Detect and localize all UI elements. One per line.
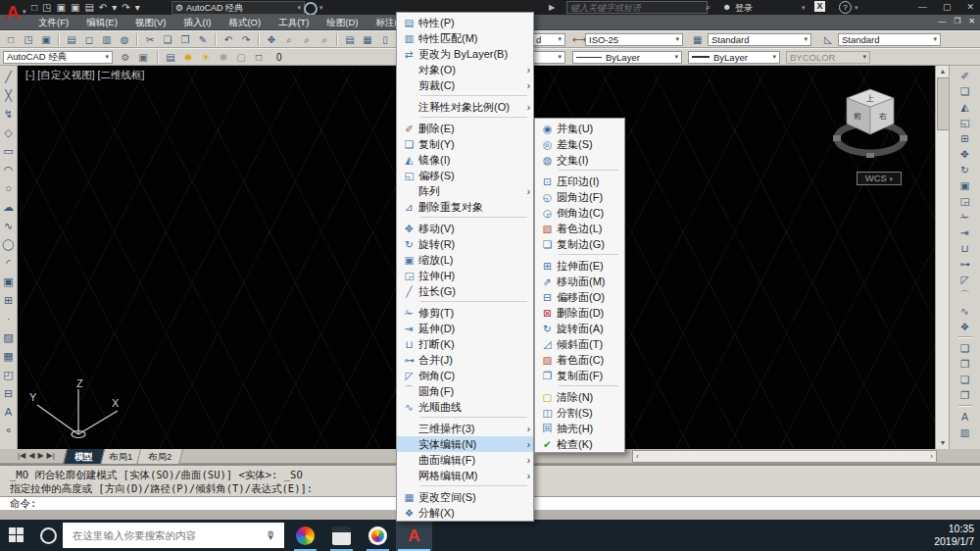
menu-item-match-properties[interactable]: ▥ 特性匹配(M) bbox=[397, 30, 533, 46]
tool-zoom-previous-icon[interactable]: ⌕ bbox=[317, 32, 332, 47]
layer-layer-sun-icon[interactable]: ☀ bbox=[198, 50, 214, 65]
qat-undo-caret-icon[interactable]: ▾ bbox=[112, 1, 117, 14]
draw-tool-polygon-icon[interactable]: ◇ bbox=[1, 124, 17, 141]
modify-tool-copy-icon[interactable]: ❏ bbox=[956, 83, 974, 99]
modify-tool-explode-icon[interactable]: ❖ bbox=[956, 319, 974, 334]
draw-tool-spline-icon[interactable]: ∿ bbox=[1, 217, 17, 234]
dim-style-dropdown[interactable]: ISO-25 ▾ bbox=[585, 33, 683, 46]
tab-nav-icon[interactable]: ▶ bbox=[37, 451, 43, 460]
minimize-button[interactable]: — bbox=[918, 2, 927, 12]
layer-layer-freeze-icon[interactable]: ❄ bbox=[216, 50, 231, 65]
modify-tool-mirror-icon[interactable]: ◭ bbox=[956, 99, 974, 115]
menu-item-fillet[interactable]: ⌒ 圆角(F) bbox=[397, 383, 533, 399]
tool-undo-icon[interactable]: ↶ bbox=[220, 32, 236, 47]
modify-tool-send-under-icon[interactable]: ❐ bbox=[956, 387, 974, 403]
tool-batch-plot-icon[interactable]: ◍ bbox=[117, 32, 132, 47]
menu-item-delete-duplicate-objects[interactable]: ⊿ 删除重复对象 bbox=[397, 199, 533, 215]
scroll-right-icon[interactable]: › bbox=[927, 452, 936, 461]
tool-publish-icon[interactable]: ▥ bbox=[99, 32, 115, 47]
menubar-item-tools[interactable]: 工具(T) bbox=[270, 15, 318, 30]
taskbar-app-autocad-app[interactable] bbox=[396, 520, 432, 551]
submenu-item-rotate-faces[interactable]: ↻ 旋转面(A) bbox=[535, 321, 624, 336]
menu-item-array[interactable]: 阵列 › bbox=[397, 183, 533, 199]
submenu-item-copy-edges[interactable]: ❏ 复制边(G) bbox=[535, 236, 624, 252]
draw-tool-make-block-icon[interactable]: ⊞ bbox=[1, 291, 17, 309]
tool-tool-palettes-icon[interactable]: ▯ bbox=[377, 32, 393, 47]
modify-tool-bring-above-icon[interactable]: ❏ bbox=[956, 372, 974, 387]
taskbar-app-color-wheel-app[interactable] bbox=[287, 520, 323, 551]
menubar-item-draw[interactable]: 绘图(D) bbox=[318, 15, 367, 30]
menubar-item-format[interactable]: 格式(O) bbox=[220, 15, 270, 30]
tool-match-properties-icon[interactable]: ✎ bbox=[195, 32, 211, 47]
draw-tool-revision-cloud-icon[interactable]: ☁ bbox=[1, 198, 17, 216]
taskbar-search[interactable]: 🎙 bbox=[63, 523, 284, 548]
submenu-item-move-faces[interactable]: ⇗ 移动面(M) bbox=[535, 274, 624, 289]
start-button[interactable] bbox=[9, 527, 24, 542]
modify-tool-bring-to-front-icon[interactable]: ❏ bbox=[956, 340, 974, 356]
tab-layout2[interactable]: 布局2 bbox=[136, 449, 183, 465]
layer-layer-lock-icon[interactable]: ▢ bbox=[233, 50, 249, 65]
submenu-item-shell[interactable]: 回 抽壳(H) bbox=[535, 421, 624, 436]
submenu-item-color-faces[interactable]: ▨ 着色面(C) bbox=[535, 352, 624, 368]
draw-tool-line-icon[interactable]: ╱ bbox=[1, 68, 17, 85]
system-clock[interactable]: 10:35 2019/1/7 bbox=[934, 523, 974, 548]
workspace-settings-gear-icon[interactable]: ⚙ bbox=[118, 50, 133, 65]
menu-item-copy[interactable]: ❏ 复制(Y) bbox=[397, 136, 533, 152]
menu-item-mesh-editing[interactable]: 网格编辑(M) › bbox=[397, 468, 533, 483]
menubar-item-file[interactable]: 文件(F) bbox=[29, 15, 77, 30]
submenu-item-fillet-edges[interactable]: ◵ 圆角边(F) bbox=[535, 189, 624, 205]
search-icon[interactable]: ⌕ bbox=[706, 2, 710, 13]
tool-plot-preview-icon[interactable]: ◻ bbox=[81, 32, 97, 47]
tab-nav-icon[interactable]: |◀ bbox=[18, 451, 25, 460]
menu-item-stretch[interactable]: ◲ 拉伸(H) bbox=[397, 268, 533, 283]
modify-tool-text-icon[interactable]: A bbox=[956, 409, 974, 425]
tool-new-icon[interactable]: □ bbox=[3, 32, 19, 47]
menu-item-object[interactable]: 对象(O) › bbox=[397, 62, 533, 77]
tool-redo-icon[interactable]: ↷ bbox=[238, 32, 254, 47]
text-style-dropdown[interactable]: d ▾ bbox=[532, 33, 565, 46]
submenu-item-copy-faces[interactable]: ❐ 复制面(F) bbox=[535, 368, 624, 383]
submenu-item-intersect[interactable]: ◍ 交集(I) bbox=[535, 152, 624, 168]
menu-item-properties[interactable]: ▤ 特性(P) bbox=[397, 15, 533, 30]
tool-copy-clip-icon[interactable]: ❏ bbox=[160, 32, 175, 47]
menu-item-blend-curves[interactable]: ∿ 光顺曲线 bbox=[397, 399, 533, 415]
modify-tool-erase-icon[interactable]: ✐ bbox=[956, 68, 974, 83]
submenu-item-offset-faces[interactable]: ⊟ 偏移面(O) bbox=[535, 289, 624, 305]
menu-item-move[interactable]: ✥ 移动(V) bbox=[397, 221, 533, 236]
draw-tool-ellipse-icon[interactable]: ◯ bbox=[1, 235, 17, 253]
scroll-left-icon[interactable]: ‹ bbox=[633, 452, 642, 461]
infocenter-search-input[interactable] bbox=[566, 1, 708, 14]
exchange-apps-icon[interactable]: X bbox=[814, 1, 825, 12]
layer-layer-properties-icon[interactable]: ▤ bbox=[163, 50, 178, 65]
table-style-icon[interactable]: ▦ bbox=[693, 34, 702, 45]
menu-item-scale[interactable]: ▣ 缩放(L) bbox=[397, 252, 533, 268]
modify-tool-extend-icon[interactable]: ⇥ bbox=[956, 225, 974, 240]
submenu-item-color-edges[interactable]: ▧ 着色边(L) bbox=[535, 221, 624, 236]
tool-open-icon[interactable]: ◳ bbox=[21, 32, 36, 47]
modify-tool-fillet-icon[interactable]: ⌒ bbox=[956, 287, 974, 303]
menu-item-clip[interactable]: 剪裁(C) › bbox=[397, 77, 533, 93]
horizontal-scrollbar[interactable]: ‹ › bbox=[632, 450, 937, 463]
modify-tool-stretch-icon[interactable]: ◲ bbox=[956, 193, 974, 209]
scroll-up-icon[interactable]: ▲ bbox=[936, 66, 950, 77]
taskbar-app-movie-maker-app[interactable] bbox=[323, 520, 360, 551]
layer-layer-bulb-icon[interactable]: ✺ bbox=[180, 50, 196, 65]
draw-tool-polyline-icon[interactable]: ↯ bbox=[1, 105, 17, 123]
submenu-item-check[interactable]: ✔ 检查(K) bbox=[535, 436, 624, 452]
menu-item-annotative-object-scale[interactable]: 注释性对象比例(O) › bbox=[397, 99, 533, 115]
close-button[interactable]: ✕ bbox=[966, 2, 974, 12]
qat-save-as-icon[interactable]: ▣ bbox=[71, 1, 79, 14]
tab-nav-icon[interactable]: ▶| bbox=[47, 451, 55, 460]
microphone-icon[interactable]: 🎙 bbox=[266, 529, 276, 541]
menu-item-trim[interactable]: ✁ 修剪(T) bbox=[397, 305, 533, 321]
tool-pan-icon[interactable]: ✥ bbox=[264, 32, 279, 47]
menu-item-break[interactable]: ⊔ 打断(K) bbox=[397, 336, 533, 352]
modify-tool-break-icon[interactable]: ⊔ bbox=[956, 240, 974, 256]
help-icon[interactable]: ? bbox=[839, 1, 852, 14]
tool-plot-icon[interactable]: ▤ bbox=[64, 32, 79, 47]
draw-tool-gradient-icon[interactable]: ▦ bbox=[1, 347, 17, 365]
qat-redo-caret-icon[interactable]: ▾ bbox=[135, 1, 140, 14]
menu-item-3d-operations[interactable]: 三维操作(3) › bbox=[397, 421, 533, 436]
modify-tool-blend-curves-icon[interactable]: ∿ bbox=[956, 303, 974, 319]
menubar-item-edit[interactable]: 编辑(E) bbox=[77, 15, 126, 30]
